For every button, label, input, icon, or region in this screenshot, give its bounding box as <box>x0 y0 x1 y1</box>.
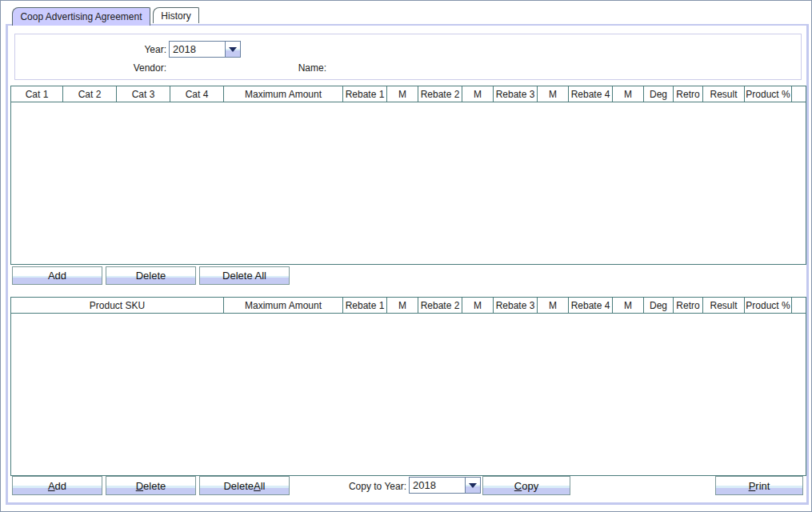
column-header-m4[interactable]: M <box>613 86 644 102</box>
column-header-rebate4[interactable]: Rebate 4 <box>569 298 613 314</box>
column-header-m3[interactable]: M <box>538 86 569 102</box>
year-combobox[interactable]: 2018 <box>169 41 241 58</box>
tab-coop-advertising-agreement[interactable]: Coop Advertising Agreement <box>12 7 150 26</box>
copy-to-year-label: Copy to Year: <box>305 481 406 492</box>
column-header-maximum-amount[interactable]: Maximum Amount <box>224 86 343 102</box>
column-header-m1[interactable]: M <box>387 298 418 314</box>
category-table-body <box>11 102 806 264</box>
category-table: Cat 1 Cat 2 Cat 3 Cat 4 Maximum Amount R… <box>10 86 806 265</box>
column-header-product-pct[interactable]: Product % <box>745 298 792 314</box>
column-header-result[interactable]: Result <box>703 86 745 102</box>
chevron-down-icon <box>229 47 237 52</box>
category-delete-button[interactable]: Delete <box>106 266 196 285</box>
column-header-rebate4[interactable]: Rebate 4 <box>569 86 613 102</box>
column-header-m3[interactable]: M <box>538 298 569 314</box>
name-label: Name: <box>241 62 326 74</box>
header-filler <box>792 86 806 102</box>
column-header-m1[interactable]: M <box>387 86 418 102</box>
column-header-rebate2[interactable]: Rebate 2 <box>418 86 462 102</box>
column-header-rebate3[interactable]: Rebate 3 <box>494 298 538 314</box>
column-header-m4[interactable]: M <box>613 298 644 314</box>
column-header-cat3[interactable]: Cat 3 <box>117 86 170 102</box>
column-header-m2[interactable]: M <box>462 86 494 102</box>
coop-advertising-window: Coop Advertising Agreement History Year:… <box>0 0 812 512</box>
header-filler <box>792 298 806 314</box>
year-label: Year: <box>46 44 166 55</box>
column-header-cat4[interactable]: Cat 4 <box>170 86 224 102</box>
year-combobox-arrow-button[interactable] <box>225 42 240 57</box>
tab-label: Coop Advertising Agreement <box>20 11 142 22</box>
column-header-m2[interactable]: M <box>462 298 494 314</box>
copy-to-year-combobox-arrow-button[interactable] <box>465 478 480 493</box>
category-delete-all-button[interactable]: Delete All <box>199 266 290 285</box>
copy-button[interactable]: Copy <box>482 476 570 495</box>
category-add-button[interactable]: Add <box>12 266 102 285</box>
column-header-rebate1[interactable]: Rebate 1 <box>343 298 387 314</box>
column-header-deg[interactable]: Deg <box>644 298 674 314</box>
product-table-header: Product SKU Maximum Amount Rebate 1 M Re… <box>11 298 806 314</box>
year-combobox-value: 2018 <box>170 42 225 57</box>
column-header-cat1[interactable]: Cat 1 <box>11 86 63 102</box>
product-add-button[interactable]: Add <box>12 476 102 495</box>
column-header-rebate1[interactable]: Rebate 1 <box>343 86 387 102</box>
column-header-product-sku[interactable]: Product SKU <box>11 298 224 314</box>
column-header-cat2[interactable]: Cat 2 <box>63 86 117 102</box>
column-header-maximum-amount[interactable]: Maximum Amount <box>224 298 343 314</box>
column-header-retro[interactable]: Retro <box>674 86 703 102</box>
column-header-rebate2[interactable]: Rebate 2 <box>418 298 462 314</box>
tab-label: History <box>161 10 190 22</box>
copy-to-year-combobox[interactable]: 2018 <box>409 477 481 494</box>
chevron-down-icon <box>469 483 477 488</box>
product-delete-button[interactable]: Delete <box>106 476 196 495</box>
column-header-product-pct[interactable]: Product % <box>745 86 792 102</box>
column-header-retro[interactable]: Retro <box>674 298 703 314</box>
product-delete-all-button[interactable]: Delete All <box>199 476 290 495</box>
column-header-result[interactable]: Result <box>703 298 745 314</box>
print-button[interactable]: Print <box>715 476 803 495</box>
column-header-deg[interactable]: Deg <box>644 86 674 102</box>
tab-history[interactable]: History <box>153 7 199 23</box>
vendor-label: Vendor: <box>46 62 166 74</box>
copy-to-year-combobox-value: 2018 <box>410 478 465 493</box>
product-table-body <box>11 314 806 475</box>
column-header-rebate3[interactable]: Rebate 3 <box>494 86 538 102</box>
product-table: Product SKU Maximum Amount Rebate 1 M Re… <box>10 297 806 476</box>
category-table-header: Cat 1 Cat 2 Cat 3 Cat 4 Maximum Amount R… <box>11 86 806 102</box>
